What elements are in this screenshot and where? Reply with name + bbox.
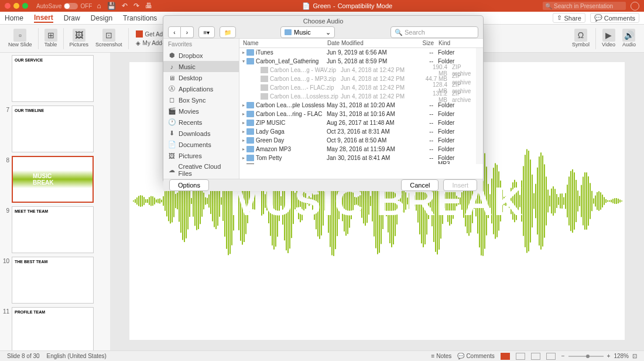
- options-button[interactable]: Options: [169, 179, 209, 191]
- comment-icon: 💬: [594, 14, 602, 22]
- svg-rect-8: [145, 199, 146, 203]
- file-row[interactable]: Carbon Leaf…New Year.mp3Jan 16, 2016 at …: [239, 162, 483, 164]
- slide-thumbnail[interactable]: MEET THE TEAM: [12, 206, 94, 253]
- column-headers[interactable]: Name Date Modified Size Kind: [239, 39, 483, 48]
- document-title: 📄Green - Compatibility Mode: [152, 2, 543, 10]
- share-icon: ⇧: [557, 14, 562, 22]
- svg-rect-231: [537, 168, 538, 234]
- svg-rect-262: [591, 191, 592, 212]
- sidebar-item[interactable]: ◻Box Sync: [163, 94, 239, 105]
- sidebar-item[interactable]: 🕐Recents: [163, 117, 239, 128]
- file-row[interactable]: ▸ZIP MUSICAug 26, 2017 at 11:48 AM--Fold…: [239, 118, 483, 127]
- home-icon: ⌂: [97, 2, 101, 10]
- svg-rect-269: [604, 197, 605, 205]
- slide-thumbnail[interactable]: OUR SERVICE: [12, 55, 94, 102]
- zoom-control[interactable]: −+ 128%⊡: [561, 353, 637, 359]
- slide-thumbnail[interactable]: THE BEST TEAM: [12, 257, 94, 304]
- svg-rect-18: [163, 196, 164, 206]
- file-row[interactable]: Carbon Lea…g - WAV.zipJun 4, 2018 at 12:…: [239, 66, 483, 74]
- sidebar-item[interactable]: 🎬Movies: [163, 105, 239, 117]
- slide-thumbnail[interactable]: PROFILE TEAM: [12, 307, 94, 350]
- file-row[interactable]: ▸iTunesJun 9, 2019 at 6:56 AM--Folder: [239, 48, 483, 57]
- comments-button[interactable]: 💬Comments: [590, 13, 639, 23]
- group-dropdown[interactable]: 📁: [220, 26, 236, 38]
- svg-rect-276: [616, 198, 617, 204]
- tab-insert[interactable]: Insert: [34, 13, 53, 23]
- user-account-icon[interactable]: [631, 2, 639, 11]
- screenshot-button[interactable]: ⊡Screenshot: [92, 29, 126, 48]
- sidebar-item[interactable]: ⬇Downloads: [163, 128, 239, 139]
- dialog-search[interactable]: 🔍Search: [390, 26, 478, 38]
- file-row[interactable]: Carbon Lea…Lossless.zipJun 4, 2018 at 12…: [239, 92, 483, 101]
- table-icon: ⊞: [44, 29, 57, 42]
- autosave-toggle[interactable]: AutoSaveOFF: [36, 3, 92, 9]
- quick-access[interactable]: ⌂💾↶↷🖶: [97, 2, 152, 10]
- file-row[interactable]: ▸Carbon Lea…ring - FLACMay 31, 2018 at 1…: [239, 110, 483, 118]
- file-row[interactable]: ▸Amazon MP3May 28, 2016 at 11:59 AM--Fol…: [239, 145, 483, 154]
- tab-transitions[interactable]: Transitions: [123, 14, 157, 22]
- sidebar-item[interactable]: 🖼Pictures: [163, 150, 239, 161]
- scrollbar[interactable]: [476, 48, 483, 164]
- location-dropdown[interactable]: Music⌄: [280, 26, 335, 38]
- svg-rect-234: [542, 155, 543, 246]
- view-mode-dropdown[interactable]: ≡▾: [198, 26, 215, 38]
- folder-icon: [246, 102, 254, 108]
- new-slide-button[interactable]: ▫New Slide: [5, 29, 36, 48]
- cancel-button[interactable]: Cancel: [401, 179, 439, 191]
- zoom-out-icon: −: [561, 353, 565, 359]
- sorter-view-button[interactable]: [516, 353, 525, 360]
- comment-icon: 💬: [457, 353, 464, 359]
- normal-view-button[interactable]: [501, 353, 510, 360]
- svg-rect-236: [546, 176, 547, 225]
- insert-button[interactable]: Insert: [443, 179, 477, 191]
- dialog-title: Choose Audio: [163, 16, 483, 26]
- slide-thumbnail[interactable]: MUSIC BREAK: [12, 156, 94, 203]
- file-row[interactable]: ▸Green DayOct 9, 2016 at 8:50 AM--Folder: [239, 136, 483, 145]
- svg-rect-5: [140, 195, 141, 207]
- nav-back-button[interactable]: ‹: [168, 26, 181, 38]
- pictures-icon: 🖼: [73, 29, 85, 42]
- sidebar-item[interactable]: ♪Music: [163, 61, 239, 72]
- svg-rect-225: [526, 149, 527, 253]
- tab-design[interactable]: Design: [91, 14, 112, 22]
- sidebar-item[interactable]: ⒶApplications: [163, 83, 239, 94]
- slideshow-view-button[interactable]: [546, 353, 556, 360]
- title-search[interactable]: 🔍Search in Presentation: [543, 2, 626, 10]
- reading-view-button[interactable]: [531, 353, 540, 360]
- slide-thumbnail[interactable]: OUR TIMELINE: [12, 105, 94, 152]
- folder-icon: [246, 155, 254, 161]
- svg-rect-254: [577, 190, 578, 212]
- comments-status-button[interactable]: 💬Comments: [457, 353, 494, 359]
- file-row[interactable]: ▸Lady GagaOct 23, 2016 at 8:31 AM--Folde…: [239, 127, 483, 136]
- tab-home[interactable]: Home: [5, 14, 23, 22]
- video-button[interactable]: ▶Video: [598, 29, 619, 48]
- choose-audio-dialog: Choose Audio ‹› ≡▾ 📁 Music⌄ 🔍Search Favo…: [163, 15, 484, 183]
- svg-rect-278: [619, 200, 621, 203]
- notes-button[interactable]: ≡Notes: [431, 353, 451, 359]
- svg-rect-248: [567, 185, 568, 217]
- svg-rect-14: [156, 199, 157, 202]
- sidebar-item[interactable]: 📄Documents: [163, 139, 239, 150]
- file-row[interactable]: ▸Carbon Lea…ple LosslessMay 31, 2018 at …: [239, 101, 483, 110]
- svg-rect-240: [553, 186, 554, 216]
- slide-thumbnails[interactable]: ✱OUR SERVICE7✱OUR TIMELINE8✱MUSIC BREAK9…: [0, 53, 110, 350]
- symbol-button[interactable]: ΩSymbol: [568, 29, 593, 48]
- tab-draw[interactable]: Draw: [64, 14, 80, 22]
- zip-icon: [261, 67, 268, 73]
- sidebar-icon: 📄: [168, 141, 176, 148]
- language-indicator[interactable]: English (United States): [47, 353, 107, 359]
- sidebar-item[interactable]: 🖥Desktop: [163, 72, 239, 83]
- share-button[interactable]: ⇧Share: [553, 13, 585, 23]
- zip-icon: [261, 84, 268, 91]
- sidebar-item[interactable]: ⬢Dropbox: [163, 50, 239, 61]
- folder-icon: [246, 137, 254, 144]
- table-button[interactable]: ⊞Table: [41, 29, 61, 48]
- pictures-button[interactable]: 🖼Pictures: [66, 29, 93, 48]
- sidebar-item[interactable]: ☁Creative Cloud Files: [163, 161, 239, 179]
- audio-button[interactable]: 🔊Audio: [619, 29, 639, 48]
- nav-forward-button[interactable]: ›: [181, 26, 194, 38]
- svg-rect-232: [539, 156, 540, 246]
- window-controls[interactable]: [5, 3, 28, 9]
- svg-rect-11: [150, 196, 152, 206]
- undo-icon: ↶: [122, 2, 128, 10]
